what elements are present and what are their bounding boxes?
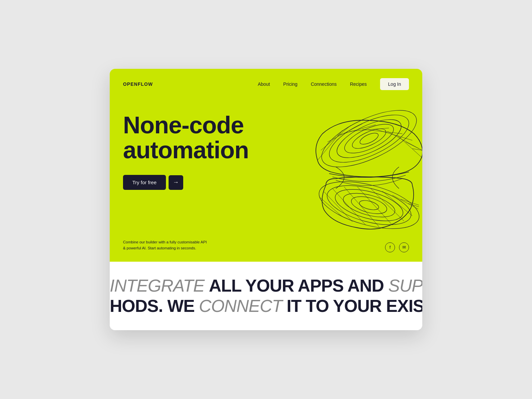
- nav-item-pricing[interactable]: Pricing: [283, 81, 298, 87]
- svg-point-21: [349, 193, 389, 217]
- hero-content: None-code automation Try for free →: [110, 99, 422, 190]
- svg-point-20: [341, 189, 397, 221]
- marquee-text-2: HODS. WE CONNECT IT TO YOUR EXISTING TO: [110, 296, 422, 316]
- svg-line-32: [408, 203, 419, 207]
- svg-line-30: [392, 195, 418, 209]
- browser-window: OPENFLOW About Pricing Connections Recip…: [110, 69, 422, 330]
- nav-item-about[interactable]: About: [258, 81, 270, 87]
- marquee-support: SUPPORT: [388, 276, 422, 295]
- marquee-hods: HODS. WE: [110, 296, 199, 316]
- arrow-button[interactable]: →: [169, 175, 183, 190]
- hero-title-line1: None-code: [123, 112, 244, 138]
- hero-description-text: Combine our builder with a fully customi…: [123, 240, 207, 250]
- nav-links: About Pricing Connections Recipes: [258, 81, 367, 87]
- nav-link-about[interactable]: About: [258, 81, 270, 87]
- nav-item-connections[interactable]: Connections: [311, 81, 337, 87]
- login-button[interactable]: Log In: [380, 78, 409, 90]
- try-for-free-button[interactable]: Try for free: [123, 175, 166, 190]
- marquee-line-2: HODS. WE CONNECT IT TO YOUR EXISTING TO: [110, 297, 422, 316]
- nav-link-recipes[interactable]: Recipes: [350, 81, 367, 87]
- hero-social-icons: f ✉: [385, 242, 409, 252]
- navigation: OPENFLOW About Pricing Connections Recip…: [110, 69, 422, 99]
- facebook-icon[interactable]: f: [385, 242, 395, 252]
- nav-item-recipes[interactable]: Recipes: [350, 81, 367, 87]
- hero-title: None-code automation: [123, 113, 263, 163]
- marquee-section: INTEGRATE ALL YOUR APPS AND SUPPORT MET …: [110, 262, 422, 330]
- logo[interactable]: OPENFLOW: [123, 81, 153, 87]
- svg-line-31: [401, 199, 419, 205]
- marquee-integrate: INTEGRATE: [110, 276, 209, 295]
- nav-link-pricing[interactable]: Pricing: [283, 81, 298, 87]
- svg-point-22: [358, 199, 380, 211]
- marquee-line-1: INTEGRATE ALL YOUR APPS AND SUPPORT MET: [110, 276, 422, 295]
- marquee-itto: IT TO YOUR EXISTING TO: [282, 296, 422, 316]
- hero-title-line2: automation: [123, 137, 249, 163]
- nav-link-connections[interactable]: Connections: [311, 81, 337, 87]
- hero-description: Combine our builder with a fully customi…: [123, 239, 209, 251]
- svg-line-24: [324, 192, 352, 222]
- hero-buttons: Try for free →: [123, 175, 409, 190]
- messenger-icon[interactable]: ✉: [399, 242, 409, 252]
- marquee-allyourapps: ALL YOUR APPS AND: [209, 276, 388, 295]
- marquee-text-1: INTEGRATE ALL YOUR APPS AND SUPPORT MET: [110, 276, 422, 295]
- hero-section: OPENFLOW About Pricing Connections Recip…: [110, 69, 422, 262]
- marquee-connect: CONNECT: [199, 296, 282, 316]
